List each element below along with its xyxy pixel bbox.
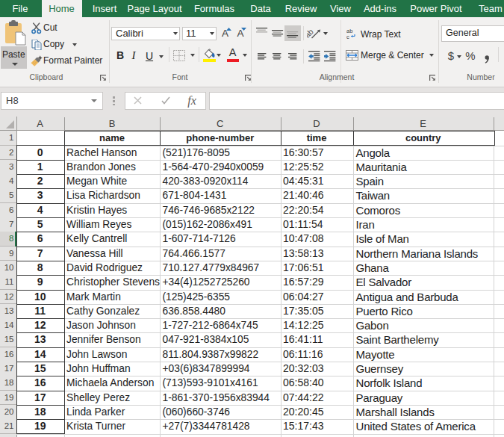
svg-text:c: c — [346, 34, 349, 39]
svg-text:ab: ab — [307, 27, 315, 40]
